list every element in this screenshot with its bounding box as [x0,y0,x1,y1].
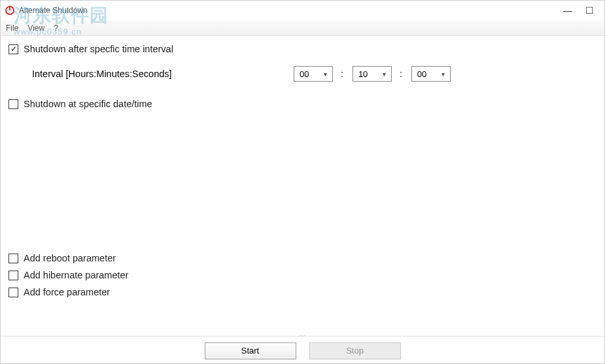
window-controls: — ☐ [563,5,594,16]
start-button[interactable]: Start [205,342,296,359]
spacer [9,116,596,246]
shutdown-datetime-label: Shutdown at specific date/time [24,99,152,109]
menu-file[interactable]: File [6,24,18,33]
svg-rect-1 [9,7,10,10]
menubar: File View ? [1,20,604,36]
maximize-button[interactable]: ☐ [585,5,594,16]
reboot-label: Add reboot parameter [24,253,116,263]
hours-select[interactable]: 00 ▾ [294,66,333,82]
menu-help[interactable]: ? [54,24,58,33]
seconds-select[interactable]: 00 ▾ [411,66,451,82]
time-separator: : [400,69,402,79]
force-label: Add force parameter [24,287,110,297]
stop-button[interactable]: Stop [309,342,401,359]
hours-value: 00 [300,69,309,79]
chevron-down-icon: ▾ [324,71,327,78]
reboot-row: Add reboot parameter [9,253,596,263]
bottom-bar: Start Stop [1,336,604,361]
content-area: Shutdown after specfic time interval Int… [1,36,604,297]
time-separator: : [341,69,343,79]
shutdown-interval-label: Shutdown after specfic time interval [24,44,173,54]
hibernate-row: Add hibernate parameter [9,270,596,280]
params-section: Add reboot parameter Add hibernate param… [9,253,596,297]
force-row: Add force parameter [9,287,596,297]
window-title: Alternate Shutdown [19,6,563,15]
force-checkbox[interactable] [9,288,18,297]
shutdown-interval-checkbox[interactable] [9,44,18,54]
chevron-down-icon: ▾ [441,71,445,78]
minimize-button[interactable]: — [563,5,572,16]
hibernate-label: Add hibernate parameter [24,270,128,280]
minutes-select[interactable]: 10 ▾ [353,66,392,82]
interval-caption: Interval [Hours:Minutes:Seconds] [32,69,294,79]
menu-view[interactable]: View [27,24,44,33]
app-icon [5,5,15,16]
shutdown-interval-row: Shutdown after specfic time interval [9,44,596,54]
shutdown-datetime-checkbox[interactable] [9,99,18,109]
shutdown-datetime-row: Shutdown at specific date/time [9,99,596,109]
interval-row: Interval [Hours:Minutes:Seconds] 00 ▾ : … [32,66,596,82]
minutes-value: 10 [358,69,368,79]
time-selects: 00 ▾ : 10 ▾ : 00 ▾ [294,66,451,82]
hibernate-checkbox[interactable] [9,271,18,280]
reboot-checkbox[interactable] [9,254,18,263]
titlebar: Alternate Shutdown — ☐ [1,1,604,20]
seconds-value: 00 [417,69,426,79]
chevron-down-icon: ▾ [383,71,386,78]
